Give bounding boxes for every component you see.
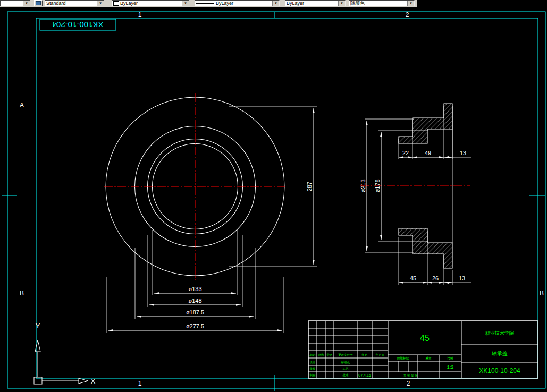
top-toolbar: ▾ Standard ▾ ByLayer ▾ ByLayer ▾ ByLayer… <box>0 0 417 7</box>
label-zone: 分区 <box>327 353 333 356</box>
label-check: 审核 <box>310 367 316 370</box>
color-control-combo[interactable]: ByLayer ▾ <box>112 0 189 6</box>
chevron-down-icon[interactable]: ▾ <box>97 1 104 6</box>
label-standard: 标准化 <box>341 361 350 364</box>
dim-top-22: 22 <box>402 150 409 156</box>
style-manager-button[interactable] <box>34 0 43 6</box>
dim-287: 287 <box>306 182 313 191</box>
dim-d187: ø187.5 <box>186 309 204 316</box>
part-name: 轴承盖 <box>491 351 508 356</box>
title-block: 45 职业技术学院 轴承盖 XK100-10-204 1:2 07.4.16 标… <box>308 321 538 378</box>
dim-d213: ø213 <box>360 179 366 192</box>
label-mark: 标记 <box>309 353 316 357</box>
zone-bottom-1: 1 <box>138 380 142 387</box>
company-name: 职业技术学院 <box>485 330 514 336</box>
label-count: 处数 <box>318 353 325 357</box>
zone-top-1: 1 <box>138 11 142 19</box>
dim-top-13: 13 <box>460 150 466 156</box>
text-style-value: Standard <box>46 1 66 6</box>
chevron-down-icon[interactable]: ▾ <box>272 1 279 6</box>
label-design: 设计 <box>310 361 316 364</box>
centerlines <box>104 93 287 280</box>
zone-left-a: A <box>20 101 24 109</box>
dim-d178: ø178 <box>374 179 381 192</box>
zone-left-b: B <box>20 289 24 297</box>
ucs-y-label: Y <box>36 322 40 330</box>
linetype-sample-icon <box>196 3 214 4</box>
color-swatch-icon <box>113 1 119 6</box>
corner-drawing-number: XK100-10-204 <box>52 20 104 29</box>
label-doc-no: 更改文件号 <box>338 353 353 356</box>
material-value: 45 <box>420 334 430 343</box>
label-process: 工艺 <box>343 367 349 370</box>
label-date-col: 年月日 <box>376 353 385 357</box>
lineweight-control-combo[interactable]: ByLayer ▾ <box>285 0 346 6</box>
label-approve: 批准 <box>343 373 349 377</box>
date-value: 07.4.16 <box>358 373 371 377</box>
linetype-control-combo[interactable]: ByLayer ▾ <box>195 0 280 6</box>
label-draw: 制图 <box>310 373 316 377</box>
plotstyle-control-combo[interactable]: 随颜色 ▾ <box>349 0 415 6</box>
dim-top-49: 49 <box>425 150 431 156</box>
dim-bottom-45: 45 <box>410 275 416 282</box>
drawing-number: XK100-10-204 <box>479 367 520 374</box>
dim-d277: ø277.5 <box>186 323 204 329</box>
text-style-combo[interactable]: Standard ▾ <box>45 0 104 6</box>
label-stage: 阶段标记 <box>397 356 409 360</box>
lineweight-control-value: ByLayer <box>287 1 304 6</box>
zone-top-2: 2 <box>406 11 409 19</box>
label-sheet: 共 张 第 张 <box>403 374 418 378</box>
linetype-control-value: ByLayer <box>216 1 233 6</box>
label-scale: 比例 <box>448 356 453 360</box>
chevron-down-icon[interactable]: ▾ <box>182 1 189 6</box>
label-weight: 重量 <box>426 356 432 360</box>
plotstyle-control-value: 随颜色 <box>350 0 365 6</box>
chevron-down-icon[interactable]: ▾ <box>407 1 414 6</box>
dim-d133: ø133 <box>188 286 201 292</box>
section-view: ø213 ø178 22 49 13 45 26 13 <box>360 104 471 285</box>
front-view: ø133 ø148 ø187.5 ø277.5 287 <box>104 93 317 333</box>
ucs-x-label: X <box>91 377 96 385</box>
label-sign: 签名 <box>362 353 368 357</box>
dim-bottom-13: 13 <box>459 275 465 282</box>
color-control-value: ByLayer <box>120 1 138 6</box>
zone-bottom-2: 2 <box>407 380 410 387</box>
dim-d148: ø148 <box>188 297 201 304</box>
scale-value: 1:2 <box>447 364 454 370</box>
zone-labels: 1 2 1 2 A B B <box>20 11 544 387</box>
dim-style-combo[interactable]: ▾ <box>0 0 30 6</box>
drawing-frame <box>2 12 545 391</box>
zone-right-b: B <box>540 289 544 297</box>
style-manager-icon <box>36 1 41 5</box>
ucs-icon: Y X <box>34 322 96 385</box>
chevron-down-icon[interactable]: ▾ <box>338 1 345 6</box>
drawing-canvas[interactable]: 1 2 1 2 A B B XK100-10-204 <box>0 0 547 392</box>
chevron-down-icon[interactable]: ▾ <box>23 1 30 6</box>
dim-bottom-26: 26 <box>432 275 439 282</box>
